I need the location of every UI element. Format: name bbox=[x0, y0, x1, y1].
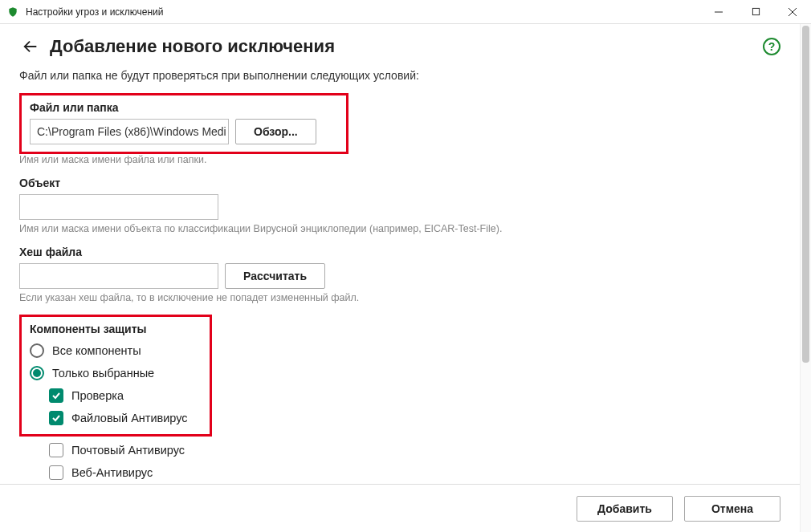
check-web-av[interactable]: Веб-Антивирус bbox=[49, 465, 780, 480]
components-label: Компоненты защиты bbox=[30, 323, 202, 335]
maximize-button[interactable] bbox=[737, 0, 774, 23]
page-title: Добавление нового исключения bbox=[50, 36, 763, 57]
radio-all[interactable]: Все компоненты bbox=[30, 343, 202, 358]
file-folder-highlight: Файл или папка C:\Program Files (x86)\Wi… bbox=[19, 93, 348, 154]
radio-icon bbox=[30, 343, 44, 358]
file-folder-input[interactable]: C:\Program Files (x86)\Windows Medi bbox=[30, 119, 229, 144]
content-area: Добавление нового исключения ? Файл или … bbox=[0, 24, 800, 532]
footer: Добавить Отмена bbox=[0, 484, 800, 532]
radio-all-label: Все компоненты bbox=[52, 344, 141, 357]
check-mail-av-label: Почтовый Антивирус bbox=[71, 444, 185, 457]
checkbox-icon bbox=[49, 388, 63, 403]
hash-hint: Если указан хеш файла, то в исключение н… bbox=[19, 292, 780, 303]
intro-text: Файл или папка не будут проверяться при … bbox=[19, 69, 780, 82]
radio-icon bbox=[30, 366, 44, 380]
check-mail-av[interactable]: Почтовый Антивирус bbox=[49, 443, 780, 457]
checkbox-icon bbox=[49, 443, 63, 457]
check-scan-label: Проверка bbox=[71, 389, 124, 402]
add-button[interactable]: Добавить bbox=[577, 496, 673, 522]
checkbox-icon bbox=[49, 411, 63, 425]
checkbox-icon bbox=[49, 465, 63, 480]
scrollbar[interactable] bbox=[800, 24, 811, 532]
hash-input[interactable] bbox=[19, 263, 218, 289]
check-file-av-label: Файловый Антивирус bbox=[71, 412, 188, 424]
components-highlight: Компоненты защиты Все компоненты Только … bbox=[19, 315, 212, 437]
file-folder-label: Файл или папка bbox=[30, 101, 338, 114]
radio-selected[interactable]: Только выбранные bbox=[30, 366, 202, 380]
cancel-button[interactable]: Отмена bbox=[684, 496, 780, 522]
file-folder-hint: Имя или маска имени файла или папки. bbox=[19, 154, 780, 165]
window-title: Настройки угроз и исключений bbox=[26, 6, 700, 18]
check-web-av-label: Веб-Антивирус bbox=[71, 466, 153, 479]
back-button[interactable] bbox=[19, 35, 42, 58]
close-button[interactable] bbox=[774, 0, 811, 23]
minimize-button[interactable] bbox=[700, 0, 737, 23]
title-bar: Настройки угроз и исключений bbox=[0, 0, 811, 24]
radio-selected-label: Только выбранные bbox=[52, 367, 154, 380]
check-file-av[interactable]: Файловый Антивирус bbox=[49, 411, 202, 425]
scroll-thumb[interactable] bbox=[802, 26, 809, 363]
object-hint: Имя или маска имени объекта по классифик… bbox=[19, 223, 780, 234]
browse-button[interactable]: Обзор... bbox=[235, 119, 316, 144]
check-scan[interactable]: Проверка bbox=[49, 388, 202, 403]
object-label: Объект bbox=[19, 177, 780, 189]
hash-label: Хеш файла bbox=[19, 246, 780, 258]
shield-icon bbox=[6, 6, 19, 18]
window-controls bbox=[700, 0, 811, 23]
calculate-button[interactable]: Рассчитать bbox=[225, 263, 325, 289]
help-icon[interactable]: ? bbox=[763, 38, 780, 55]
object-input[interactable] bbox=[19, 194, 218, 220]
svg-rect-1 bbox=[752, 8, 759, 14]
